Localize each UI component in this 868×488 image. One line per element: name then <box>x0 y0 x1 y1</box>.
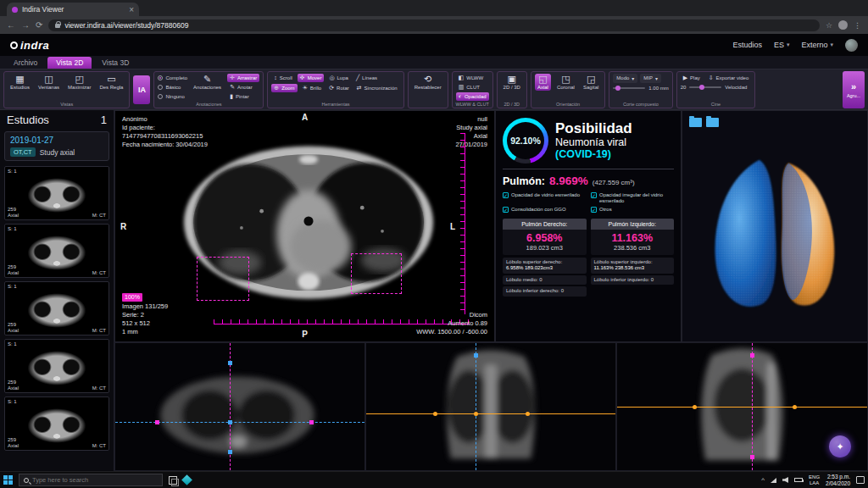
mover-button[interactable]: ✜Mover <box>298 74 325 82</box>
roi-box-left-lung[interactable] <box>351 253 402 294</box>
crosshair-handle[interactable] <box>750 353 754 358</box>
lineas-button[interactable]: ╱Líneas <box>353 74 380 82</box>
finding-checkbox-irregular[interactable]: ✓Opacidad irregular del vidrio esmerilad… <box>591 192 674 204</box>
omnibox[interactable]: viewer.indira.ai/viewer/study/87880609 <box>48 19 820 31</box>
2d3d-button[interactable]: ▣2D / 3D <box>501 74 523 91</box>
series-thumbnail[interactable]: S: 1259AxialM: CT <box>4 281 109 336</box>
crosshair-center[interactable] <box>474 412 478 416</box>
crosshair-handle[interactable] <box>228 450 232 454</box>
bookmark-star-icon[interactable]: ☆ <box>826 21 832 30</box>
group-caption: Orientación <box>531 102 604 107</box>
speed-slider[interactable] <box>689 86 721 88</box>
crosshair-handle[interactable] <box>474 353 478 358</box>
finding-checkbox-otros[interactable]: ✓Otros <box>591 207 674 213</box>
modo-dropdown[interactable]: Modo▾ <box>613 74 637 83</box>
sincronizacion-button[interactable]: ⇄Sincronización <box>354 84 400 92</box>
radio-ninguno[interactable]: Ninguno <box>158 92 187 101</box>
nav-estudios[interactable]: Estudios <box>732 41 762 49</box>
crosshair-handle[interactable] <box>309 420 314 424</box>
pintar-button[interactable]: ▮Pintar <box>227 92 259 101</box>
sagital-button[interactable]: ◲Sagital <box>581 74 601 91</box>
app-taskbar-icon[interactable] <box>181 474 192 485</box>
crosshair-handle[interactable] <box>228 361 232 365</box>
reload-icon[interactable]: ⟳ <box>36 20 42 30</box>
series-thumbnail[interactable]: S: 1259AxialM: CT <box>4 166 109 220</box>
clock[interactable]: 2:53 p.m.2/04/2020 <box>826 474 850 487</box>
browser-tab[interactable]: Indira Viewer × <box>7 3 139 16</box>
mpr-axial-panel[interactable] <box>114 342 365 471</box>
ct-viewport[interactable]: Anónimo Id paciente: 7147794770831169306… <box>114 110 495 342</box>
crosshair-vertical[interactable] <box>476 343 476 470</box>
series-thumbnail[interactable]: S: 1259AxialM: CT <box>4 396 109 451</box>
finding-checkbox-consolidation[interactable]: ✓Consolidación con GGO <box>503 207 586 213</box>
crosshair-handle[interactable] <box>793 405 797 409</box>
wlww-button[interactable]: ◧WLWW <box>456 74 489 82</box>
search-input[interactable] <box>32 476 151 484</box>
roi-box-right-lung[interactable] <box>197 257 249 301</box>
rotar-button[interactable]: ⟳Rotar <box>326 84 352 92</box>
anotaciones-button[interactable]: ✎Anotaciones <box>191 74 224 91</box>
tab-vista-2d[interactable]: Vista 2D <box>47 57 92 69</box>
task-view-button[interactable] <box>169 476 177 485</box>
assistant-fab[interactable]: ✦ <box>829 435 851 458</box>
crosshair-handle[interactable] <box>526 412 530 416</box>
crosshair-handle[interactable] <box>433 412 437 416</box>
brillo-button[interactable]: ☀Brillo <box>300 84 325 92</box>
coronal-button[interactable]: ◳Coronal <box>554 74 577 91</box>
anotar-button[interactable]: ✎Anotar <box>227 83 259 92</box>
arrastrar-button[interactable]: ✛Arrastrar <box>227 74 259 82</box>
crosshair-handle[interactable] <box>693 405 697 409</box>
battery-icon[interactable] <box>794 478 803 482</box>
clut-button[interactable]: ▥CLUT <box>456 83 489 92</box>
tab-close-icon[interactable]: × <box>129 5 134 14</box>
restablecer-button[interactable]: ⟲Restablecer <box>412 74 444 91</box>
network-icon[interactable] <box>771 478 776 483</box>
nav-externo[interactable]: Externo▾ <box>801 41 833 49</box>
radio-completo[interactable]: Completo <box>158 74 187 82</box>
axial-button[interactable]: ◱Axial <box>535 74 551 91</box>
radio-basico[interactable]: Básico <box>158 83 187 92</box>
crosshair-horizontal[interactable] <box>366 413 615 414</box>
crosshair-horizontal[interactable] <box>617 407 867 408</box>
toolbar-overflow-button[interactable]: » Agru... <box>843 71 865 108</box>
back-icon[interactable]: ← <box>7 20 15 30</box>
opacidad-button[interactable]: ◐Opacidad <box>456 92 489 101</box>
estudios-button[interactable]: ▦Estudios <box>8 74 32 91</box>
scroll-button[interactable]: ↕Scroll <box>271 74 295 82</box>
hidden-icons-caret[interactable]: ^ <box>761 476 765 484</box>
user-avatar[interactable] <box>845 39 858 52</box>
zoom-button[interactable]: ⊕Zoom <box>271 84 297 92</box>
speaker-icon[interactable] <box>782 477 788 483</box>
series-thumbnail[interactable]: S: 1259AxialM: CT <box>4 339 109 393</box>
ventanas-button[interactable]: ◫Ventanas <box>36 74 62 91</box>
forward-icon[interactable]: → <box>21 20 30 30</box>
study-card[interactable]: 2019-01-27 OT,CT Study axial <box>4 131 109 161</box>
series-thumbnail[interactable]: S: 1259AxialM: CT <box>4 224 109 278</box>
play-button[interactable]: ▶Play <box>681 74 703 82</box>
des-regla-button[interactable]: ▭Des Regla <box>97 74 125 91</box>
export-video-button[interactable]: ⇩Exportar video <box>706 74 752 82</box>
crosshair-handle[interactable] <box>155 420 159 424</box>
start-button[interactable] <box>3 475 13 485</box>
crosshair-center[interactable] <box>228 420 232 424</box>
language-select[interactable]: ES▾ <box>774 41 790 49</box>
folder-icon[interactable] <box>689 118 702 127</box>
maximizar-button[interactable]: ◰Maximizar <box>65 74 93 91</box>
crosshair-horizontal[interactable] <box>115 422 364 423</box>
action-center-icon[interactable] <box>856 476 865 484</box>
finding-checkbox-ggo[interactable]: ✓Opacidad de vidrio esmerilado <box>503 192 586 204</box>
browser-menu-icon[interactable]: ⋮ <box>854 21 861 30</box>
lung-3d-panel[interactable] <box>682 110 868 342</box>
folder-icon[interactable] <box>706 118 719 127</box>
language-indicator[interactable]: ENGLAA <box>809 474 820 486</box>
mpr-coronal-panel[interactable] <box>365 342 616 471</box>
browser-profile-avatar[interactable] <box>838 20 848 30</box>
ia-button[interactable]: IA <box>133 75 150 104</box>
mip-dropdown[interactable]: MIP▾ <box>640 74 661 83</box>
tab-vista-3d[interactable]: Vista 3D <box>93 57 137 69</box>
taskbar-search[interactable] <box>19 474 163 486</box>
thickness-slider[interactable] <box>613 87 645 89</box>
crosshair-handle[interactable] <box>750 455 754 459</box>
lupa-button[interactable]: ◎Lupa <box>326 74 350 82</box>
tab-archivo[interactable]: Archivo <box>5 57 46 69</box>
